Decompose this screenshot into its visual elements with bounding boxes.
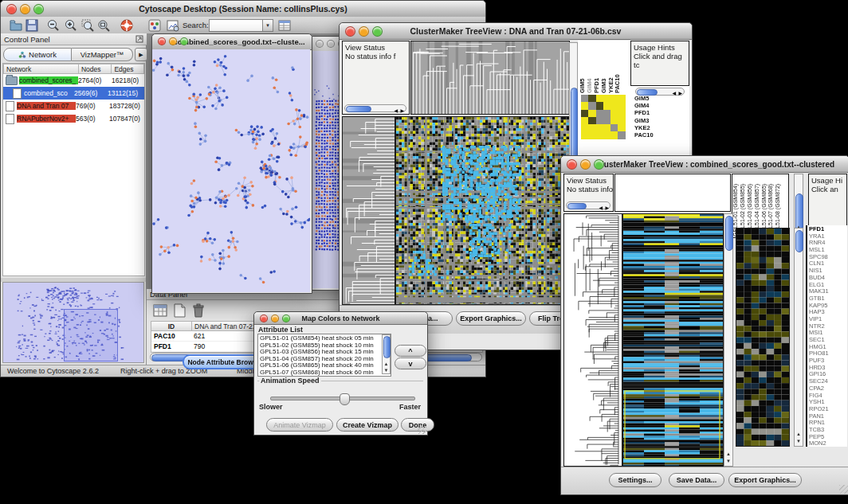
detail-column-label[interactable]: GIM5 [579,45,586,93]
detail-heatmap-cell[interactable] [596,95,603,102]
close-icon[interactable] [567,159,577,170]
gene-label[interactable]: HAP3 [809,309,847,316]
scroll-right-arrow[interactable]: ▶ [400,107,404,115]
scroll-down-arrow[interactable]: ▼ [795,439,803,443]
attribute-select-icon[interactable] [152,303,168,318]
close-icon[interactable] [345,26,355,37]
detail-heatmap-cell[interactable] [596,131,603,139]
search-input[interactable] [209,19,266,32]
attribute-item[interactable]: GPL51-07 (GSM868) heat shock 60 min [260,369,389,377]
detail-heatmap-cell[interactable] [618,102,625,109]
attribute-item[interactable]: GPL51-02 (GSM855) heat shock 10 min [260,342,389,350]
close-icon[interactable] [6,4,17,14]
detail-row-label[interactable]: GIM5 [634,95,658,102]
detail-column-label[interactable]: GIM3 [600,45,607,93]
detail-row-label[interactable]: PFD1 [634,109,658,116]
window-controls[interactable] [567,159,604,170]
zoom-window-icon[interactable] [33,4,44,14]
detail-heatmap-cell[interactable] [588,131,595,139]
network-row[interactable]: DNA and Tran 07769(0)183728(0) [3,100,144,112]
detail-heatmap-cell[interactable] [581,102,588,109]
detail-heatmap-cell[interactable] [610,110,618,117]
detail-column-label[interactable]: PFD1 [593,45,600,93]
gene-label[interactable]: PUF3 [809,357,847,365]
plugin-manager-icon[interactable] [147,18,162,33]
zoom-window-icon[interactable] [594,159,604,170]
zoom-selected-region-icon[interactable] [80,18,95,33]
detail-heatmap-cell[interactable] [581,110,588,117]
detail-heatmap-cell[interactable] [588,95,595,102]
network-b-title-bar[interactable]: combined_scores_good.txt--cluste... [152,34,312,50]
treeview2-gene-dendrogram[interactable] [563,213,622,467]
network-row[interactable]: combined_scores_2764(0)16218(0) [3,74,144,87]
gene-label[interactable]: PEP5 [809,434,847,441]
treeview2-detail-heatmap[interactable] [736,228,790,447]
detail-heatmap-cell[interactable] [588,124,595,131]
detail-heatmap-cell[interactable] [596,110,603,117]
scroll-thumb[interactable] [567,203,587,209]
detail-heatmap-cell[interactable] [581,131,588,139]
network-table-header[interactable]: Network Nodes Edges [3,64,144,74]
detail-heatmap-cell[interactable] [610,131,618,139]
gene-label[interactable]: CLN1 [809,260,847,268]
attribute-table-icon[interactable] [277,18,292,33]
window-controls[interactable] [260,315,290,322]
close-icon[interactable] [316,40,324,48]
view-status-hscrollbar[interactable]: ◀ ▶ [566,201,610,209]
scroll-thumb[interactable] [725,216,733,251]
treeview2-global-heatmap[interactable] [622,213,724,467]
detail-heatmap-cell[interactable] [596,102,603,109]
resize-grip[interactable] [839,485,848,494]
gene-label[interactable]: NIS1 [809,268,847,275]
gene-label[interactable]: ELG1 [809,282,847,289]
treeview2-title-bar[interactable]: ClusterMaker TreeView : combined_scores_… [561,156,848,173]
window-controls[interactable] [158,37,188,45]
scroll-up-arrow[interactable]: ▲ [724,451,732,456]
gene-label[interactable]: HMG1 [809,344,847,351]
detail-heatmap-cell[interactable] [610,95,618,102]
zoom-window-icon[interactable] [180,37,188,45]
network-overview[interactable] [2,282,144,363]
zoom-window-icon[interactable] [372,26,383,37]
gene-label[interactable]: SPC98 [809,254,847,261]
attribute-list-vscrollbar[interactable]: ▲ ▼ [382,334,391,374]
view-status-hscrollbar[interactable]: ◀ ▶ [344,104,406,112]
scroll-up-arrow[interactable]: ▲ [383,361,390,366]
gene-label[interactable]: PHO81 [809,350,847,357]
window-controls[interactable] [6,4,44,14]
zoom-fit-icon[interactable] [96,18,111,33]
tab-overflow-button[interactable]: ▶ [135,48,147,61]
close-icon[interactable] [158,37,166,45]
detail-heatmap-cell[interactable] [581,124,588,131]
attribute-listbox[interactable]: GPL51-01 (GSM854) heat shock 05 minGPL51… [257,334,391,377]
detail-column-label[interactable]: GIM4 [586,45,593,93]
gene-label[interactable]: YRA1 [809,233,847,240]
scroll-down-arrow[interactable]: ▼ [724,459,732,463]
search-dropdown-button[interactable]: ▼ [262,19,273,32]
window-controls[interactable] [345,26,383,37]
gene-label[interactable]: GPI16 [809,371,847,378]
gene-label[interactable]: MAK31 [809,288,847,295]
tab-vizmapper[interactable]: VizMapper™ [72,48,133,61]
gene-label[interactable]: PFD1 [809,226,847,233]
save-data-button[interactable]: Save Data... [669,473,724,487]
scroll-left-arrow[interactable]: ◀ [599,204,603,212]
attribute-item[interactable]: GPL51-03 (GSM856) heat shock 15 min [260,349,389,356]
gene-label[interactable]: MON2 [809,440,847,447]
treeview2-vscrollbar[interactable]: ▲ ▼ [724,213,733,467]
network-overview-canvas[interactable] [3,283,143,362]
gene-label[interactable]: FIG4 [809,393,847,400]
gene-label[interactable]: SEC24 [809,378,847,385]
detail-heatmap-cell[interactable] [581,117,588,124]
move-up-button[interactable]: ^ [395,345,426,357]
scroll-right-arrow[interactable]: ▶ [678,90,682,96]
zoom-window-icon[interactable] [282,315,290,322]
attribute-item[interactable]: GPL51-04 (GSM857) heat shock 20 min [260,356,389,363]
detail-row-label[interactable]: PAC10 [634,131,658,139]
detail-heatmap-cell[interactable] [603,102,610,109]
scroll-thumb[interactable] [346,106,371,112]
gene-label[interactable]: RPN1 [809,420,847,427]
treeview1-column-dendrogram[interactable] [410,41,570,115]
settings-button[interactable]: Settings... [609,473,662,487]
open-session-icon[interactable] [9,18,23,33]
